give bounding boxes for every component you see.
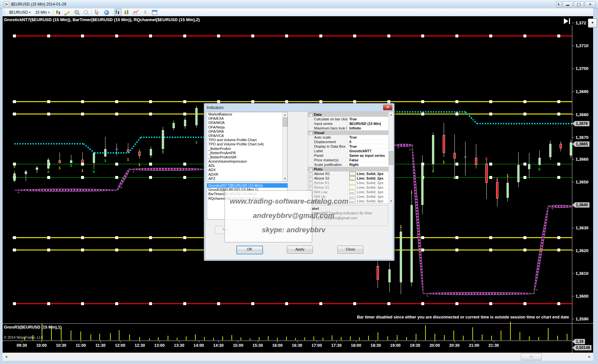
dollar-tool-icon[interactable]: $ bbox=[142, 9, 149, 16]
property-value[interactable]: Right bbox=[348, 162, 388, 167]
property-grid-scrollbar[interactable]: ▲ ▼ bbox=[388, 112, 394, 204]
property-row[interactable]: +Above S1Line; Solid; 2px bbox=[308, 176, 388, 181]
data-box-lens-icon[interactable] bbox=[103, 9, 110, 16]
available-indicator-item[interactable]: ADL bbox=[207, 164, 287, 168]
price-axis-dropdown-button[interactable]: ▼ bbox=[588, 19, 597, 28]
property-row[interactable]: PanelSame as input series bbox=[308, 153, 388, 158]
ok-button[interactable]: OK bbox=[236, 246, 263, 254]
close-button[interactable]: × bbox=[585, 1, 596, 7]
available-indicators-list[interactable]: ▲ ▼ MarketBalanceOFA/EXAOFA/MOAOFA/Ninja… bbox=[207, 112, 288, 182]
property-row[interactable]: LabelGnostickNT7 bbox=[308, 149, 388, 153]
horizontal-scrollbar[interactable]: ◄ III ► bbox=[3, 353, 593, 361]
property-row[interactable]: +Mid LowLine; Solid; 1px bbox=[308, 190, 388, 194]
property-value[interactable]: Line; Solid; 2px bbox=[348, 181, 388, 185]
property-value[interactable]: Infinite bbox=[348, 126, 388, 130]
property-value[interactable]: True bbox=[348, 144, 388, 149]
zoom-in-icon[interactable]: + bbox=[73, 9, 80, 16]
app-window: $EURUSD (15 Min) 2014-01-29 L × $EURUSD … bbox=[0, 0, 598, 364]
available-indicator-item[interactable]: OFA/Ninja bbox=[207, 125, 287, 129]
property-category-row[interactable]: −Visual bbox=[308, 130, 388, 135]
minimize-button[interactable] bbox=[563, 1, 573, 7]
property-value[interactable]: True bbox=[348, 135, 388, 140]
property-row[interactable]: +Above R1Line; Solid; 2px bbox=[308, 171, 388, 176]
available-indicator-item[interactable]: OFA/EXA bbox=[207, 116, 287, 121]
collapse-icon[interactable]: − bbox=[309, 168, 313, 171]
link-button[interactable]: L bbox=[556, 1, 562, 7]
property-row[interactable]: Display in Data BoxTrue bbox=[308, 144, 388, 149]
property-row[interactable]: Scale justificationRight bbox=[308, 162, 388, 167]
available-indicator-item[interactable]: _BetterProAm bbox=[207, 147, 287, 151]
close-dialog-button[interactable]: Close bbox=[337, 246, 363, 254]
available-indicator-item[interactable]: TPO and Volume Profile Chart bbox=[207, 138, 287, 142]
expand-icon[interactable]: + bbox=[309, 177, 313, 181]
chart-type-selected-icon[interactable] bbox=[114, 9, 121, 16]
available-indicator-item[interactable]: APZ bbox=[207, 177, 287, 181]
available-indicator-item[interactable]: TPO and Volume Profile Chart (v4) bbox=[207, 142, 287, 146]
scroll-right-icon[interactable]: ► bbox=[587, 354, 592, 360]
scroll-down-icon[interactable]: ▼ bbox=[389, 199, 394, 204]
property-category-row[interactable]: −Data bbox=[308, 112, 388, 117]
selected-indicator-item[interactable]: GnostickNT7($EURUSD (15 Min)) bbox=[207, 183, 287, 188]
zoom-out-icon[interactable] bbox=[82, 9, 90, 16]
property-value[interactable]: Line; Solid; 1px bbox=[348, 190, 388, 194]
property-name: Price marker(s) bbox=[313, 158, 348, 162]
available-indicator-item[interactable]: OFA/MOA bbox=[207, 121, 287, 125]
property-value[interactable]: Line; Solid; 3px bbox=[348, 199, 388, 203]
scroll-left-icon[interactable]: ◄ bbox=[3, 354, 9, 360]
available-indicator-item[interactable]: ADX bbox=[207, 168, 287, 172]
chart-type-bars-icon[interactable] bbox=[123, 9, 131, 16]
scroll-up-icon[interactable]: ▲ bbox=[389, 112, 394, 117]
scroll-up-icon[interactable]: ▲ bbox=[283, 112, 287, 117]
property-value[interactable]: Line; Solid; 1px bbox=[348, 194, 388, 199]
instrument-dropdown[interactable]: $EURUSD ▾ bbox=[8, 9, 32, 15]
available-indicator-item[interactable]: AcmeVolumeImpression bbox=[207, 159, 287, 164]
available-list-scrollbar[interactable]: ▲ ▼ bbox=[282, 112, 287, 181]
expand-icon[interactable]: + bbox=[309, 182, 313, 185]
property-row[interactable]: +Below R1Line; Solid; 2px bbox=[308, 181, 388, 185]
property-row[interactable]: Input series$EURUSD (15 Min) bbox=[308, 121, 388, 126]
chart-style-candle-icon[interactable] bbox=[55, 9, 62, 16]
property-category-row[interactable]: −Plots bbox=[308, 167, 388, 171]
available-indicator-item[interactable]: OFA/VCA bbox=[207, 134, 287, 138]
property-row[interactable]: Displacement0 bbox=[308, 140, 388, 144]
available-indicator-item[interactable]: OFA/SRA bbox=[207, 129, 287, 134]
property-grid[interactable]: −DataCalculate on bar closTrueInput seri… bbox=[308, 112, 389, 204]
restore-button[interactable] bbox=[574, 1, 584, 7]
grid-panel-icon[interactable] bbox=[151, 9, 158, 16]
property-row[interactable]: Price marker(s)False bbox=[308, 158, 388, 162]
drawing-pencil-icon[interactable] bbox=[64, 9, 71, 16]
property-row[interactable]: Maximum bars look lInfinite bbox=[308, 126, 388, 130]
collapse-icon[interactable]: − bbox=[309, 113, 313, 117]
scroll-down-icon[interactable]: ▼ bbox=[283, 176, 287, 181]
property-value[interactable]: False bbox=[348, 158, 388, 162]
expand-icon[interactable]: + bbox=[309, 186, 313, 190]
property-value[interactable]: True bbox=[348, 117, 388, 121]
collapse-icon[interactable]: − bbox=[309, 131, 313, 135]
property-value[interactable]: Line; Solid; 2px bbox=[348, 185, 388, 190]
row-gutter bbox=[308, 135, 313, 140]
property-row[interactable]: Calculate on bar closTrue bbox=[308, 117, 388, 121]
scrollbar-thumb[interactable] bbox=[389, 151, 394, 165]
available-indicator-item[interactable]: _BetterProAmSM bbox=[207, 155, 287, 159]
available-indicator-item[interactable]: ADXR bbox=[207, 172, 287, 177]
property-row[interactable]: +Below S1Line; Solid; 2px bbox=[308, 185, 388, 190]
expand-icon[interactable]: + bbox=[309, 172, 313, 176]
scrollbar-thumb[interactable] bbox=[283, 117, 287, 127]
property-value[interactable]: GnostickNT7 bbox=[348, 149, 388, 153]
property-value[interactable]: 0 bbox=[348, 140, 388, 144]
property-value[interactable]: Same as input series bbox=[348, 153, 388, 158]
available-indicator-item[interactable]: MarketBalance bbox=[207, 112, 287, 116]
apply-button[interactable]: Apply bbox=[287, 246, 313, 254]
property-value[interactable]: Line; Solid; 2px bbox=[348, 176, 388, 181]
scrollbar-thumb[interactable]: III bbox=[521, 354, 542, 360]
available-indicator-item[interactable]: _BetterProAmPB bbox=[207, 151, 287, 155]
property-row[interactable]: Auto scaleTrue bbox=[308, 135, 388, 140]
toolbar-grip[interactable] bbox=[4, 10, 6, 15]
property-value[interactable]: $EURUSD (15 Min) bbox=[348, 121, 388, 126]
property-value-text: True bbox=[349, 135, 357, 140]
property-value[interactable]: Line; Solid; 2px bbox=[348, 171, 388, 176]
chart-type-line-icon[interactable] bbox=[132, 9, 140, 16]
interval-dropdown[interactable]: 15 Min ▾ bbox=[34, 9, 51, 15]
cursor-tool-icon[interactable] bbox=[94, 9, 101, 16]
dialog-close-button[interactable]: ✕ bbox=[383, 105, 392, 110]
